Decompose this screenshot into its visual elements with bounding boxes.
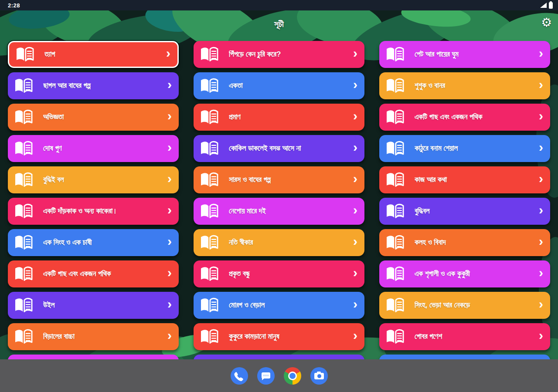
story-item[interactable]: একটি গাছ এবং একজন পথিক › — [379, 104, 550, 131]
story-item[interactable]: এক শৃগালী ও এক কুকুরী › — [379, 260, 550, 287]
story-title: মোরগ ও বেড়াল — [229, 301, 350, 310]
story-item[interactable]: দোষ গুণ › — [8, 135, 179, 162]
story-title: উইল — [43, 301, 164, 310]
chevron-right-icon: › — [167, 179, 172, 181]
chrome-icon[interactable] — [284, 367, 301, 385]
story-title: অভিজ্ঞতা — [43, 113, 164, 122]
story-item[interactable]: পেট আর পায়ের ঘুম › — [379, 41, 550, 68]
story-item[interactable]: কোকিল ডাকলেই বসন্ত আসে না › — [194, 135, 364, 162]
story-title: ত্যাগ — [44, 50, 163, 59]
story-title: কোকিল ডাকলেই বসন্ত আসে না — [229, 144, 350, 153]
story-title: দোষ গুণ — [43, 144, 164, 153]
chevron-right-icon: › — [353, 335, 357, 338]
book-icon — [385, 140, 405, 157]
chevron-right-icon: › — [539, 116, 543, 118]
book-icon — [199, 78, 219, 94]
story-title: প্রমাণ — [229, 113, 350, 122]
chevron-right-icon: › — [539, 210, 543, 213]
book-icon — [385, 172, 405, 188]
story-item[interactable]: কুকুরে কামড়ানো মানুষ › — [194, 323, 364, 350]
story-item[interactable]: প্রমাণ › — [194, 104, 364, 131]
story-item[interactable]: একতা › — [194, 72, 364, 99]
story-title: এক শৃগালী ও এক কুকুরী — [415, 270, 535, 278]
chevron-right-icon: › — [353, 273, 357, 275]
chevron-right-icon: › — [539, 335, 543, 338]
story-title: কুকুরে কামড়ানো মানুষ — [229, 332, 350, 341]
story-item[interactable]: বুদ্ধিবল › — [379, 198, 550, 225]
chevron-right-icon: › — [353, 210, 357, 213]
story-title: কাজ আর কথা — [415, 176, 535, 184]
chevron-right-icon: › — [167, 335, 172, 338]
story-item[interactable]: ছাগল আর বাঘের গল্প › — [8, 72, 179, 99]
status-bar: 2:28 — [0, 0, 558, 10]
story-title: ছাগল আর বাঘের গল্প — [43, 81, 164, 90]
story-title: একটি দাঁড়কাক ও অন্য কাকেরা। — [43, 207, 164, 216]
gear-icon[interactable]: ⚙ — [541, 17, 552, 29]
book-icon — [15, 46, 35, 63]
book-icon — [14, 203, 34, 220]
chevron-right-icon: › — [167, 304, 172, 307]
book-icon — [199, 172, 219, 188]
story-item[interactable]: গোবর গণেশ › — [379, 323, 550, 350]
story-title: প্রকৃত বন্ধু — [229, 270, 350, 278]
chevron-right-icon: › — [353, 304, 357, 307]
story-title: একতা — [229, 81, 350, 90]
story-item[interactable]: নতি স্বীকার › — [194, 229, 364, 256]
book-icon — [199, 234, 219, 251]
book-icon — [14, 266, 34, 282]
chevron-right-icon: › — [167, 147, 172, 150]
chevron-right-icon: › — [167, 273, 172, 275]
story-item[interactable]: বুদ্ধিই বল › — [8, 166, 179, 193]
book-icon — [385, 78, 405, 94]
chevron-right-icon: › — [353, 179, 357, 181]
book-icon — [385, 109, 405, 125]
story-item[interactable]: একটি গাছ এবং একজন পথিক › — [8, 260, 179, 287]
story-item[interactable]: অভিজ্ঞতা › — [8, 104, 179, 131]
story-item[interactable]: একটি দাঁড়কাক ও অন্য কাকেরা। › — [8, 198, 179, 225]
clock: 2:28 — [8, 2, 20, 9]
story-item[interactable]: নেপোয় মারে দই › — [194, 198, 364, 225]
story-title: এক সিংহ ও এক চাষী — [43, 238, 164, 247]
app-screen: 2:28 সূচী ⚙ ত্যাগ › — [0, 0, 558, 392]
story-title: কাঠুরে বনাম শেয়াল — [415, 144, 535, 153]
chevron-right-icon: › — [167, 84, 172, 87]
phone-icon[interactable] — [231, 367, 248, 385]
story-item[interactable]: বিড়ালের বাচ্চা › — [8, 323, 179, 350]
story-item[interactable]: পিঁপড়ে কেন চুরি করে? › — [194, 41, 364, 68]
story-item[interactable]: এক সিংহ ও এক চাষী › — [8, 229, 179, 256]
chevron-right-icon: › — [539, 53, 543, 56]
story-item[interactable]: কাঠুরে বনাম শেয়াল › — [379, 135, 550, 162]
story-item[interactable]: ত্যাগ › — [8, 41, 179, 68]
book-icon — [199, 140, 219, 157]
story-title: সিংহ, ভেড়া আর নেকড়ে — [415, 301, 535, 310]
story-title: বুদ্ধিবল — [415, 207, 535, 216]
story-item[interactable]: উইল › — [8, 292, 179, 319]
story-title: সারস ও বাঘের গল্প — [229, 176, 350, 184]
story-title: বিড়ালের বাচ্চা — [43, 332, 164, 341]
battery-icon — [549, 2, 553, 9]
dock — [0, 359, 558, 392]
story-item[interactable]: প্রকৃত বন্ধু › — [194, 260, 364, 287]
book-icon — [385, 297, 405, 314]
story-item[interactable]: মোরগ ও বেড়াল › — [194, 292, 364, 319]
story-title: নতি স্বীকার — [229, 238, 350, 247]
chevron-right-icon: › — [167, 116, 172, 118]
story-title: বুদ্ধিই বল — [43, 176, 164, 184]
story-item[interactable]: সিংহ, ভেড়া আর নেকড়ে › — [379, 292, 550, 319]
book-icon — [14, 328, 34, 345]
book-icon — [385, 266, 405, 282]
story-item[interactable]: কাজ আর কথা › — [379, 166, 550, 193]
chevron-right-icon: › — [539, 84, 543, 87]
messages-icon[interactable] — [257, 367, 275, 385]
chevron-right-icon: › — [539, 273, 543, 275]
book-icon — [14, 297, 34, 314]
story-item[interactable]: সারস ও বাঘের গল্প › — [194, 166, 364, 193]
story-title: একটি গাছ এবং একজন পথিক — [415, 113, 535, 122]
story-grid: ত্যাগ › পিঁপড়ে কেন চুরি করে? › পেট — [8, 41, 551, 382]
story-item[interactable]: শুশুক ও বানর › — [379, 72, 550, 99]
story-title: পিঁপড়ে কেন চুরি করে? — [229, 50, 350, 59]
story-title: কলহ ও বিবাদ — [415, 238, 535, 247]
camera-icon[interactable] — [310, 367, 328, 385]
story-item[interactable]: কলহ ও বিবাদ › — [379, 229, 550, 256]
chevron-right-icon: › — [353, 147, 357, 150]
